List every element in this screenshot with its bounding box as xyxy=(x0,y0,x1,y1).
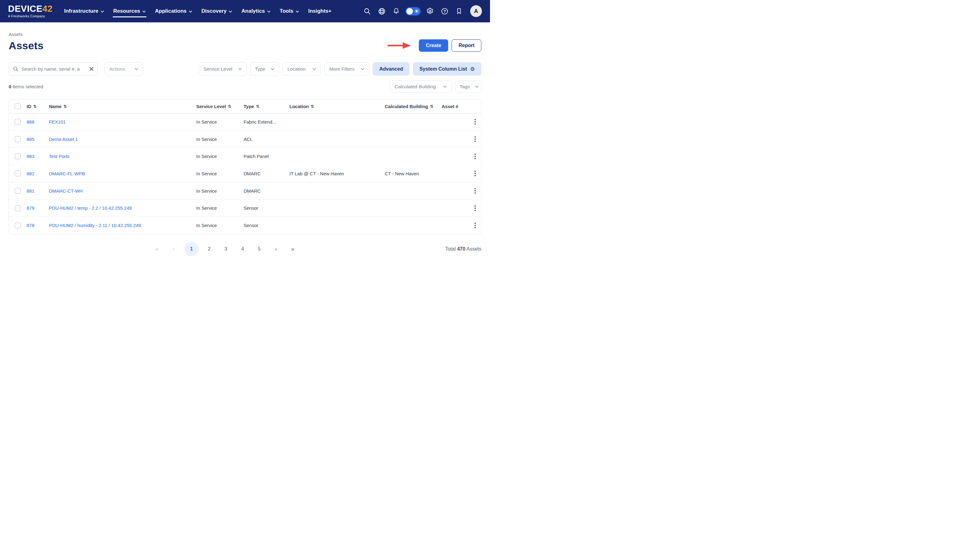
notifications-bell-icon[interactable] xyxy=(391,6,402,17)
asset-name-link[interactable]: PDU-HUM2 / temp - 2.2 / 10.42.255.249 xyxy=(49,205,132,211)
select-all-checkbox[interactable] xyxy=(15,103,21,109)
tags-filter[interactable]: Tags xyxy=(455,80,481,93)
report-button[interactable]: Report xyxy=(452,39,481,52)
table-row: 882 DMARC-FL-WPB In Service DMARC IT Lab… xyxy=(9,165,481,182)
asset-id-link[interactable]: 883 xyxy=(27,153,34,159)
row-checkbox[interactable] xyxy=(15,170,21,177)
chevron-down-icon xyxy=(189,10,192,13)
service-level-cell: In Service xyxy=(196,137,244,142)
sort-icon: ⇅ xyxy=(256,104,259,108)
column-header-name[interactable]: Name⇅ xyxy=(49,104,196,109)
table-row: 878 PDU-HUM2 / humidity - 2.11 / 10.42.2… xyxy=(9,217,481,234)
menu-resources[interactable]: Resources xyxy=(109,0,150,22)
row-checkbox[interactable] xyxy=(15,153,21,160)
menu-insights[interactable]: Insights+ xyxy=(304,0,336,22)
column-header-id[interactable]: ID⇅ xyxy=(27,104,49,109)
row-menu-kebab-icon[interactable] xyxy=(473,221,478,230)
search-input[interactable] xyxy=(22,66,86,72)
service-level-filter[interactable]: Service Level xyxy=(199,62,247,75)
menu-tools[interactable]: Tools xyxy=(275,0,304,22)
type-cell: ACL xyxy=(244,137,289,142)
toggle-knob xyxy=(407,8,413,15)
asset-id-link[interactable]: 881 xyxy=(27,188,34,193)
row-menu-kebab-icon[interactable] xyxy=(473,117,478,127)
service-level-cell: In Service xyxy=(196,171,244,176)
column-header-calculated-building[interactable]: Calculated Building⇅ xyxy=(385,104,442,109)
location-cell: IT Lab @ CT - New Haven xyxy=(289,171,385,176)
menu-discovery[interactable]: Discovery xyxy=(197,0,237,22)
row-menu-kebab-icon[interactable] xyxy=(473,169,478,178)
asset-id-link[interactable]: 882 xyxy=(27,171,34,176)
row-checkbox[interactable] xyxy=(15,118,21,125)
globe-icon[interactable] xyxy=(376,6,387,17)
type-cell: Fabric Extend... xyxy=(244,119,289,125)
asset-name-link[interactable]: Demo Asset 1 xyxy=(49,137,78,142)
calculated-building-cell: CT - New Haven xyxy=(385,171,442,176)
chevron-down-icon xyxy=(443,85,447,88)
bookmark-icon[interactable] xyxy=(454,6,464,17)
asset-id-link[interactable]: 878 xyxy=(27,223,34,228)
column-header-service-level[interactable]: Service Level⇅ xyxy=(196,104,244,109)
prev-page-button[interactable]: ‹ xyxy=(168,242,180,256)
row-menu-kebab-icon[interactable] xyxy=(473,186,478,195)
search-icon[interactable] xyxy=(362,6,372,17)
theme-toggle[interactable] xyxy=(405,7,421,15)
row-menu-kebab-icon[interactable] xyxy=(473,203,478,213)
search-icon xyxy=(13,66,18,72)
asset-name-link[interactable]: DMARC-FL-WPB xyxy=(49,171,85,176)
calculated-building-filter[interactable]: Calculated Building xyxy=(390,80,452,93)
system-column-list-button[interactable]: System Column List ⚙ xyxy=(413,62,481,75)
device42-logo[interactable]: DEVICE42 A Freshworks Company xyxy=(8,4,53,18)
service-level-cell: In Service xyxy=(196,223,244,228)
asset-name-link[interactable]: PDU-HUM2 / humidity - 2.11 / 10.42.255.2… xyxy=(49,223,141,228)
page-button-2[interactable]: 2 xyxy=(203,242,216,256)
table-row: 883 Test Ports In Service Patch Panel xyxy=(9,148,481,165)
first-page-button[interactable]: « xyxy=(151,242,163,256)
menu-applications[interactable]: Applications xyxy=(150,0,197,22)
column-header-type[interactable]: Type⇅ xyxy=(244,104,289,109)
page-button-3[interactable]: 3 xyxy=(220,242,232,256)
table-row: 885 Demo Asset 1 In Service ACL xyxy=(9,131,481,148)
column-header-location[interactable]: Location⇅ xyxy=(289,104,385,109)
settings-gear-icon[interactable] xyxy=(425,6,435,17)
help-icon[interactable]: ? xyxy=(439,6,450,17)
row-menu-kebab-icon[interactable] xyxy=(473,135,478,144)
advanced-button[interactable]: Advanced xyxy=(373,62,409,75)
menu-infrastructure[interactable]: Infrastructure xyxy=(60,0,109,22)
chevron-down-icon xyxy=(267,10,271,13)
last-page-button[interactable]: » xyxy=(287,242,299,256)
asset-name-link[interactable]: Test Ports xyxy=(49,153,70,159)
location-filter[interactable]: Location xyxy=(282,62,321,75)
asset-name-link[interactable]: DMARC-CT-WH xyxy=(49,188,83,193)
service-level-cell: In Service xyxy=(196,119,244,125)
sort-icon: ⇅ xyxy=(63,104,67,108)
assets-table: ID⇅ Name⇅ Service Level⇅ Type⇅ Location⇅… xyxy=(9,99,481,235)
chevron-down-icon xyxy=(229,10,232,13)
page-button-5[interactable]: 5 xyxy=(253,242,266,256)
create-button[interactable]: Create xyxy=(419,39,448,52)
type-cell: Sensor xyxy=(244,223,289,228)
row-checkbox[interactable] xyxy=(15,136,21,142)
menu-analytics[interactable]: Analytics xyxy=(237,0,275,22)
next-page-button[interactable]: › xyxy=(270,242,282,256)
row-menu-kebab-icon[interactable] xyxy=(473,152,478,161)
more-filters-dropdown[interactable]: More Filters xyxy=(324,62,369,75)
chevron-down-icon xyxy=(101,10,104,13)
chevron-down-icon xyxy=(238,68,242,70)
asset-id-link[interactable]: 885 xyxy=(27,137,34,142)
page-button-4[interactable]: 4 xyxy=(236,242,249,256)
asset-id-link[interactable]: 888 xyxy=(27,119,34,125)
table-row: 888 FEX101 In Service Fabric Extend... xyxy=(9,113,481,131)
breadcrumb[interactable]: Assets xyxy=(9,32,481,37)
clear-search-icon[interactable] xyxy=(89,67,94,71)
asset-name-link[interactable]: FEX101 xyxy=(49,119,66,125)
page-button-1[interactable]: 1 xyxy=(184,242,199,256)
red-arrow-annotation xyxy=(387,42,411,50)
asset-id-link[interactable]: 879 xyxy=(27,205,34,211)
row-checkbox[interactable] xyxy=(15,188,21,194)
row-checkbox[interactable] xyxy=(15,205,21,211)
type-filter[interactable]: Type xyxy=(250,62,279,75)
actions-dropdown[interactable]: Actions xyxy=(105,62,143,75)
row-checkbox[interactable] xyxy=(15,222,21,228)
user-avatar[interactable]: A xyxy=(470,5,482,17)
